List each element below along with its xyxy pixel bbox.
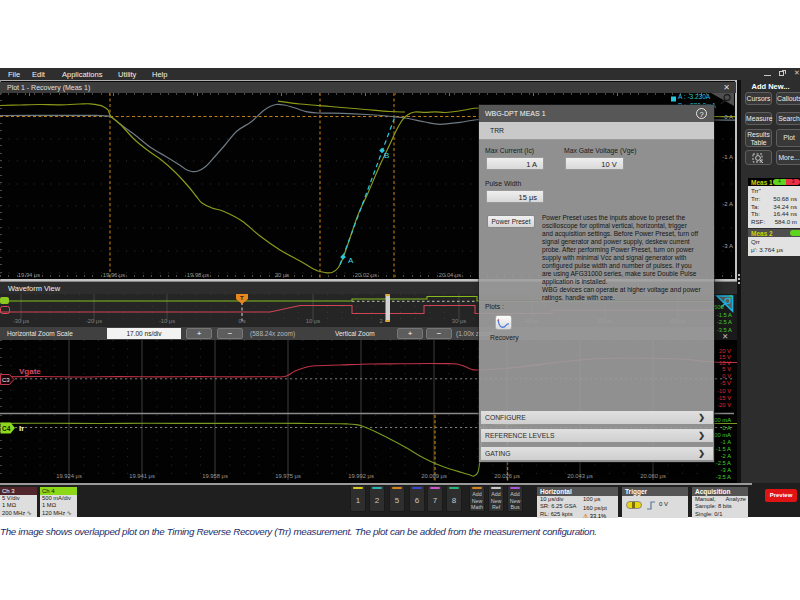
svg-text:C4: C4 [2, 425, 11, 432]
svg-text:C3: C3 [2, 377, 10, 383]
